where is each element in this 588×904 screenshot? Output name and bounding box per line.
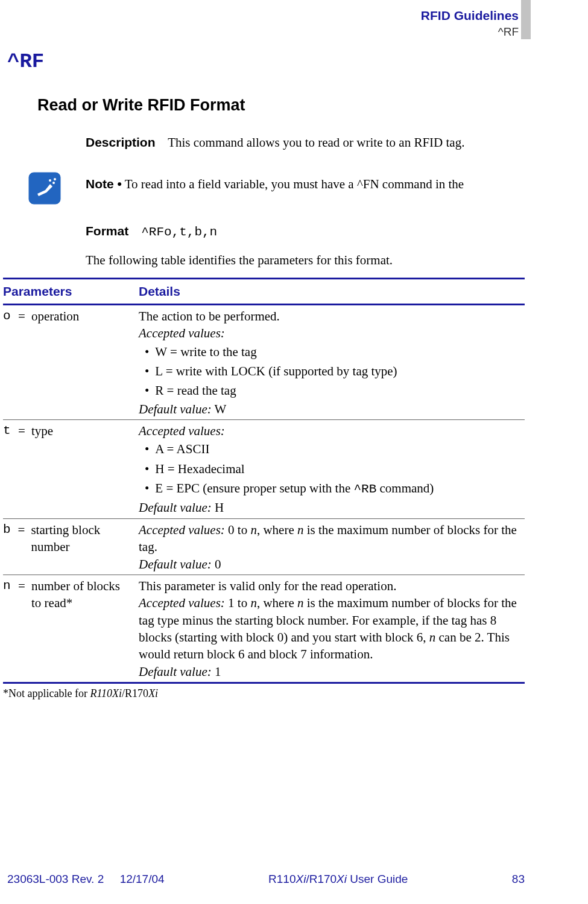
default-value: H	[212, 500, 224, 515]
note-icon	[28, 172, 61, 209]
param-name: operation	[31, 308, 79, 418]
default-label: Default value:	[139, 500, 212, 515]
accepted-label: Accepted values:	[139, 596, 225, 610]
accepted-label: Accepted values:	[139, 523, 225, 537]
param-name: starting block number	[31, 521, 139, 573]
format-label: Format	[86, 224, 128, 238]
bullet-item: R = read the tag	[145, 381, 525, 400]
accepted-label: Accepted values:	[139, 326, 225, 340]
param-letter: b	[3, 521, 12, 573]
param-letter: o	[3, 308, 12, 418]
detail-text: This parameter is valid only for the rea…	[139, 578, 525, 594]
svg-point-2	[52, 182, 55, 184]
param-letter: t	[3, 422, 12, 517]
content: ^RF Read or Write RFID Format Descriptio…	[0, 0, 588, 269]
command-heading: ^RF	[7, 48, 525, 76]
note-label: Note •	[86, 177, 122, 191]
param-name: type	[31, 422, 53, 517]
page-footer: 23063L-003 Rev. 2 12/17/04 R110Xi/R170Xi…	[7, 871, 525, 887]
page-header: RFID Guidelines ^RF	[421, 7, 519, 40]
bullet-item: H = Hexadecimal	[145, 459, 525, 479]
table-bottom-rule	[3, 682, 525, 684]
bullet-item: L = write with LOCK (if supported by tag…	[145, 361, 525, 381]
param-letter: n	[3, 578, 12, 680]
table-footnote: *Not applicable for R110Xi/R170Xi	[3, 686, 525, 701]
footer-left: 23063L-003 Rev. 2 12/17/04	[7, 871, 165, 887]
section-title: Read or Write RFID Format	[37, 94, 525, 116]
bullet-item: A = ASCII	[145, 439, 525, 459]
header-title: RFID Guidelines	[421, 7, 519, 24]
table-row: t = type Accepted values: A = ASCII H = …	[3, 419, 525, 518]
table-row: b = starting block number Accepted value…	[3, 518, 525, 575]
svg-point-3	[54, 178, 56, 180]
table-row: n = number of blocks to read* This param…	[3, 575, 525, 682]
default-value: 1	[212, 664, 221, 679]
default-label: Default value:	[139, 402, 212, 416]
format-block: Format ^RFo,t,b,n	[86, 223, 525, 241]
format-intro: The following table identifies the param…	[86, 252, 525, 269]
default-value: W	[212, 402, 227, 416]
bullet-item: W = write to the tag	[145, 342, 525, 361]
table-row: o = operation The action to be performed…	[3, 305, 525, 419]
description-text: This command allows you to read or write…	[168, 135, 464, 150]
footer-page-number: 83	[512, 871, 525, 887]
footer-center: R110Xi/R170Xi User Guide	[268, 871, 408, 887]
bullet-item: E = EPC (ensure proper setup with the ^R…	[145, 479, 525, 499]
default-value: 0	[212, 557, 221, 571]
accepted-label: Accepted values:	[139, 424, 225, 438]
detail-text: The action to be performed.	[139, 308, 525, 325]
col-header-parameters: Parameters	[3, 283, 139, 300]
side-tab	[521, 0, 531, 39]
svg-rect-0	[29, 173, 60, 204]
description-block: Description This command allows you to r…	[86, 134, 525, 151]
col-header-details: Details	[139, 283, 525, 300]
default-label: Default value:	[139, 557, 212, 571]
param-name: number of blocks to read*	[31, 578, 128, 680]
parameters-table: Parameters Details o = operation The act…	[3, 278, 525, 701]
format-code: ^RFo,t,b,n	[141, 225, 217, 239]
header-subtitle: ^RF	[421, 24, 519, 40]
note-block: Note • To read into a field variable, yo…	[86, 176, 525, 193]
svg-point-1	[49, 179, 51, 182]
description-label: Description	[86, 135, 156, 149]
default-label: Default value:	[139, 664, 212, 679]
note-text: To read into a field variable, you must …	[125, 177, 464, 191]
